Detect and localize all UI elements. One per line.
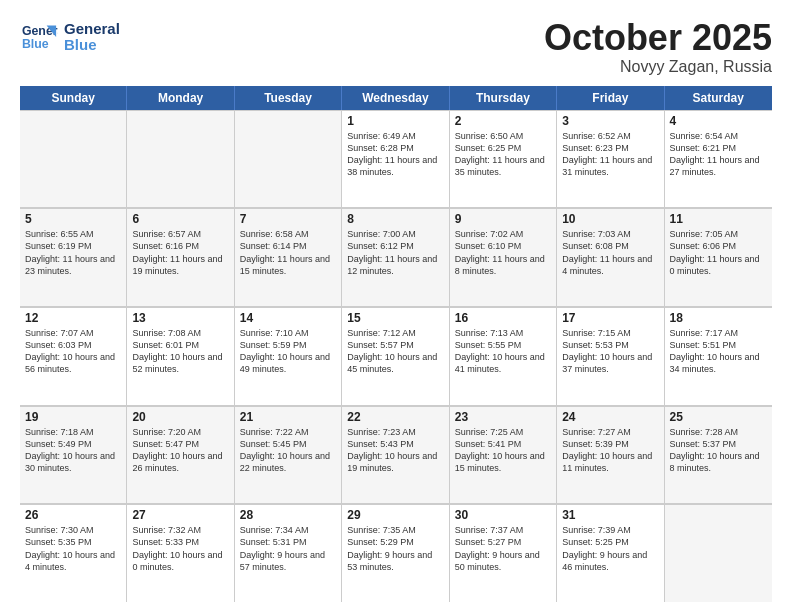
day-number: 3 <box>562 114 658 128</box>
cell-info: Sunrise: 6:54 AM Sunset: 6:21 PM Dayligh… <box>670 130 767 179</box>
day-number: 6 <box>132 212 228 226</box>
day-number: 1 <box>347 114 443 128</box>
cell-info: Sunrise: 7:05 AM Sunset: 6:06 PM Dayligh… <box>670 228 767 277</box>
header-wednesday: Wednesday <box>342 86 449 110</box>
cell-info: Sunrise: 6:52 AM Sunset: 6:23 PM Dayligh… <box>562 130 658 179</box>
cell-info: Sunrise: 7:23 AM Sunset: 5:43 PM Dayligh… <box>347 426 443 475</box>
day-number: 7 <box>240 212 336 226</box>
header: General Blue General Blue October 2025 N… <box>20 18 772 76</box>
day-number: 23 <box>455 410 551 424</box>
calendar-cell: 29Sunrise: 7:35 AM Sunset: 5:29 PM Dayli… <box>342 504 449 602</box>
calendar-cell: 7Sunrise: 6:58 AM Sunset: 6:14 PM Daylig… <box>235 208 342 306</box>
day-number: 4 <box>670 114 767 128</box>
header-sunday: Sunday <box>20 86 127 110</box>
header-thursday: Thursday <box>450 86 557 110</box>
cell-info: Sunrise: 6:57 AM Sunset: 6:16 PM Dayligh… <box>132 228 228 277</box>
cell-info: Sunrise: 7:20 AM Sunset: 5:47 PM Dayligh… <box>132 426 228 475</box>
header-tuesday: Tuesday <box>235 86 342 110</box>
cell-info: Sunrise: 7:37 AM Sunset: 5:27 PM Dayligh… <box>455 524 551 573</box>
day-number: 2 <box>455 114 551 128</box>
logo-line2: Blue <box>64 36 97 53</box>
cell-info: Sunrise: 7:34 AM Sunset: 5:31 PM Dayligh… <box>240 524 336 573</box>
calendar-week-1: 1Sunrise: 6:49 AM Sunset: 6:28 PM Daylig… <box>20 110 772 209</box>
page: General Blue General Blue October 2025 N… <box>0 0 792 612</box>
calendar-cell <box>665 504 772 602</box>
calendar-cell: 30Sunrise: 7:37 AM Sunset: 5:27 PM Dayli… <box>450 504 557 602</box>
calendar-cell: 24Sunrise: 7:27 AM Sunset: 5:39 PM Dayli… <box>557 406 664 504</box>
day-number: 14 <box>240 311 336 325</box>
calendar-cell: 14Sunrise: 7:10 AM Sunset: 5:59 PM Dayli… <box>235 307 342 405</box>
cell-info: Sunrise: 7:30 AM Sunset: 5:35 PM Dayligh… <box>25 524 121 573</box>
calendar-cell: 16Sunrise: 7:13 AM Sunset: 5:55 PM Dayli… <box>450 307 557 405</box>
calendar-cell: 31Sunrise: 7:39 AM Sunset: 5:25 PM Dayli… <box>557 504 664 602</box>
calendar-cell: 8Sunrise: 7:00 AM Sunset: 6:12 PM Daylig… <box>342 208 449 306</box>
title-area: October 2025 Novyy Zagan, Russia <box>544 18 772 76</box>
cell-info: Sunrise: 7:35 AM Sunset: 5:29 PM Dayligh… <box>347 524 443 573</box>
calendar-cell: 10Sunrise: 7:03 AM Sunset: 6:08 PM Dayli… <box>557 208 664 306</box>
day-number: 18 <box>670 311 767 325</box>
day-number: 5 <box>25 212 121 226</box>
cell-info: Sunrise: 7:39 AM Sunset: 5:25 PM Dayligh… <box>562 524 658 573</box>
calendar-header-row: Sunday Monday Tuesday Wednesday Thursday… <box>20 86 772 110</box>
calendar-cell: 2Sunrise: 6:50 AM Sunset: 6:25 PM Daylig… <box>450 110 557 208</box>
cell-info: Sunrise: 6:55 AM Sunset: 6:19 PM Dayligh… <box>25 228 121 277</box>
day-number: 22 <box>347 410 443 424</box>
logo-text: General Blue <box>64 21 120 54</box>
calendar-body: 1Sunrise: 6:49 AM Sunset: 6:28 PM Daylig… <box>20 110 772 602</box>
calendar-cell: 1Sunrise: 6:49 AM Sunset: 6:28 PM Daylig… <box>342 110 449 208</box>
calendar-cell: 5Sunrise: 6:55 AM Sunset: 6:19 PM Daylig… <box>20 208 127 306</box>
day-number: 17 <box>562 311 658 325</box>
day-number: 29 <box>347 508 443 522</box>
day-number: 16 <box>455 311 551 325</box>
calendar-cell: 18Sunrise: 7:17 AM Sunset: 5:51 PM Dayli… <box>665 307 772 405</box>
cell-info: Sunrise: 7:07 AM Sunset: 6:03 PM Dayligh… <box>25 327 121 376</box>
calendar-cell <box>235 110 342 208</box>
cell-info: Sunrise: 6:49 AM Sunset: 6:28 PM Dayligh… <box>347 130 443 179</box>
calendar-cell: 11Sunrise: 7:05 AM Sunset: 6:06 PM Dayli… <box>665 208 772 306</box>
calendar-cell: 22Sunrise: 7:23 AM Sunset: 5:43 PM Dayli… <box>342 406 449 504</box>
cell-info: Sunrise: 7:03 AM Sunset: 6:08 PM Dayligh… <box>562 228 658 277</box>
calendar-cell: 21Sunrise: 7:22 AM Sunset: 5:45 PM Dayli… <box>235 406 342 504</box>
logo-line1: General <box>64 21 120 38</box>
day-number: 10 <box>562 212 658 226</box>
calendar-cell: 12Sunrise: 7:07 AM Sunset: 6:03 PM Dayli… <box>20 307 127 405</box>
day-number: 26 <box>25 508 121 522</box>
day-number: 24 <box>562 410 658 424</box>
cell-info: Sunrise: 7:00 AM Sunset: 6:12 PM Dayligh… <box>347 228 443 277</box>
cell-info: Sunrise: 7:10 AM Sunset: 5:59 PM Dayligh… <box>240 327 336 376</box>
logo-icon: General Blue <box>20 18 58 56</box>
calendar-week-2: 5Sunrise: 6:55 AM Sunset: 6:19 PM Daylig… <box>20 208 772 307</box>
day-number: 8 <box>347 212 443 226</box>
calendar-cell: 6Sunrise: 6:57 AM Sunset: 6:16 PM Daylig… <box>127 208 234 306</box>
day-number: 9 <box>455 212 551 226</box>
calendar-week-3: 12Sunrise: 7:07 AM Sunset: 6:03 PM Dayli… <box>20 307 772 406</box>
header-friday: Friday <box>557 86 664 110</box>
calendar-cell: 9Sunrise: 7:02 AM Sunset: 6:10 PM Daylig… <box>450 208 557 306</box>
day-number: 21 <box>240 410 336 424</box>
cell-info: Sunrise: 7:17 AM Sunset: 5:51 PM Dayligh… <box>670 327 767 376</box>
day-number: 30 <box>455 508 551 522</box>
calendar-cell: 19Sunrise: 7:18 AM Sunset: 5:49 PM Dayli… <box>20 406 127 504</box>
calendar-cell: 20Sunrise: 7:20 AM Sunset: 5:47 PM Dayli… <box>127 406 234 504</box>
calendar-cell <box>20 110 127 208</box>
calendar-title: October 2025 <box>544 18 772 58</box>
cell-info: Sunrise: 7:18 AM Sunset: 5:49 PM Dayligh… <box>25 426 121 475</box>
header-monday: Monday <box>127 86 234 110</box>
day-number: 31 <box>562 508 658 522</box>
calendar-subtitle: Novyy Zagan, Russia <box>544 58 772 76</box>
calendar: Sunday Monday Tuesday Wednesday Thursday… <box>20 86 772 602</box>
calendar-cell <box>127 110 234 208</box>
svg-text:Blue: Blue <box>22 37 49 51</box>
cell-info: Sunrise: 7:22 AM Sunset: 5:45 PM Dayligh… <box>240 426 336 475</box>
calendar-cell: 26Sunrise: 7:30 AM Sunset: 5:35 PM Dayli… <box>20 504 127 602</box>
cell-info: Sunrise: 7:28 AM Sunset: 5:37 PM Dayligh… <box>670 426 767 475</box>
calendar-week-5: 26Sunrise: 7:30 AM Sunset: 5:35 PM Dayli… <box>20 504 772 602</box>
cell-info: Sunrise: 7:32 AM Sunset: 5:33 PM Dayligh… <box>132 524 228 573</box>
day-number: 19 <box>25 410 121 424</box>
day-number: 28 <box>240 508 336 522</box>
calendar-cell: 13Sunrise: 7:08 AM Sunset: 6:01 PM Dayli… <box>127 307 234 405</box>
cell-info: Sunrise: 6:58 AM Sunset: 6:14 PM Dayligh… <box>240 228 336 277</box>
day-number: 27 <box>132 508 228 522</box>
cell-info: Sunrise: 7:13 AM Sunset: 5:55 PM Dayligh… <box>455 327 551 376</box>
calendar-week-4: 19Sunrise: 7:18 AM Sunset: 5:49 PM Dayli… <box>20 406 772 505</box>
